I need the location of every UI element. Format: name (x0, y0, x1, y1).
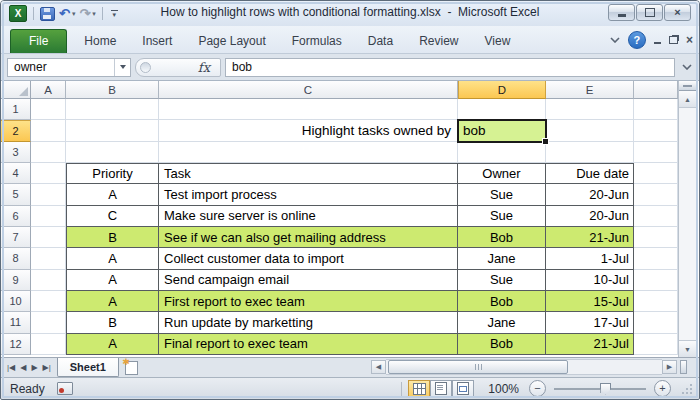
row-header-9[interactable]: 9 (1, 270, 31, 291)
insert-function-icon[interactable]: fx (198, 60, 210, 75)
row-header-10[interactable]: 10 (1, 291, 31, 312)
scroll-down-icon[interactable]: ▼ (679, 340, 696, 357)
sheet-tab-sheet1[interactable]: Sheet1 (57, 358, 119, 377)
table-header-due-date[interactable]: Due date (546, 163, 634, 184)
table-cell[interactable]: Bob (458, 227, 546, 248)
row-header-5[interactable]: 5 (1, 184, 31, 205)
table-cell[interactable]: A (66, 291, 159, 312)
table-cell[interactable]: Run update by marketting (159, 312, 458, 333)
row-header-6[interactable]: 6 (1, 206, 31, 227)
table-cell[interactable]: B (66, 227, 159, 248)
table-cell[interactable]: 20-Jun (546, 184, 634, 205)
row-header-11[interactable]: 11 (1, 312, 31, 333)
first-sheet-icon[interactable]: |◀ (7, 363, 15, 372)
minimize-button[interactable] (608, 4, 635, 21)
select-all-corner[interactable] (1, 81, 31, 99)
table-cell[interactable]: A (66, 334, 159, 355)
table-cell[interactable]: A (66, 184, 159, 205)
table-cell[interactable]: Jane (458, 248, 546, 269)
macro-record-icon[interactable] (57, 382, 73, 395)
horizontal-scrollbar[interactable]: ◀ ▶ (371, 360, 677, 374)
vertical-scrollbar[interactable]: ▲ ▼ (678, 81, 696, 357)
table-cell[interactable]: 21-Jun (546, 227, 634, 248)
help-icon[interactable]: ? (628, 31, 646, 49)
tab-formulas[interactable]: Formulas (279, 30, 355, 53)
table-cell[interactable]: Final report to exec team (159, 334, 458, 355)
row-header-1[interactable]: 1 (1, 99, 31, 120)
tab-review[interactable]: Review (406, 30, 471, 53)
table-cell[interactable]: Make sure server is online (159, 206, 458, 227)
table-cell[interactable]: 20-Jun (546, 206, 634, 227)
prev-sheet-icon[interactable]: ◀ (20, 363, 26, 372)
insert-worksheet-button[interactable]: ✱ (119, 358, 145, 377)
minimize-ribbon-icon[interactable] (610, 37, 620, 43)
column-header-b[interactable]: B (66, 81, 159, 99)
table-cell[interactable]: C (66, 206, 159, 227)
table-cell[interactable]: See if we can also get mailing address (159, 227, 458, 248)
row-header-7[interactable]: 7 (1, 227, 31, 248)
row-header-8[interactable]: 8 (1, 248, 31, 269)
table-cell[interactable]: First report to exec team (159, 291, 458, 312)
tab-split-handle[interactable] (680, 360, 687, 374)
column-header-e[interactable]: E (546, 81, 634, 99)
table-cell[interactable]: Bob (458, 334, 546, 355)
customize-quick-access-icon[interactable]: ▾ (111, 10, 118, 17)
scroll-right-icon[interactable]: ▶ (662, 360, 677, 374)
column-header-partial[interactable] (634, 81, 678, 99)
table-cell[interactable]: B (66, 312, 159, 333)
table-cell[interactable]: A (66, 270, 159, 291)
fill-handle[interactable] (542, 138, 549, 145)
close-button[interactable]: × (664, 4, 691, 21)
tab-data[interactable]: Data (355, 30, 406, 53)
scroll-left-icon[interactable]: ◀ (371, 360, 386, 374)
name-box-dropdown-icon[interactable] (114, 59, 130, 76)
formula-input[interactable]: bob (225, 58, 675, 77)
row-header-2[interactable]: 2 (1, 120, 31, 141)
view-page-layout-button[interactable] (430, 380, 452, 397)
redo-dropdown-icon[interactable]: ▾ (92, 10, 96, 18)
tab-file[interactable]: File (10, 29, 67, 53)
undo-dropdown-icon[interactable]: ▾ (72, 10, 76, 18)
resize-grip[interactable] (681, 383, 693, 395)
table-cell[interactable]: 10-Jul (546, 270, 634, 291)
horizontal-scroll-track[interactable] (386, 359, 662, 375)
horizontal-scroll-thumb[interactable] (388, 360, 568, 374)
name-box[interactable]: owner (7, 58, 131, 77)
save-icon[interactable] (40, 7, 55, 21)
table-cell[interactable]: Test import process (159, 184, 458, 205)
tab-view[interactable]: View (472, 30, 524, 53)
table-cell[interactable]: Bob (458, 291, 546, 312)
column-header-d[interactable]: D (458, 81, 546, 99)
row-header-4[interactable]: 4 (1, 163, 31, 184)
zoom-level[interactable]: 100% (488, 382, 519, 396)
view-page-break-button[interactable] (452, 380, 474, 397)
table-cell[interactable]: 15-Jul (546, 291, 634, 312)
zoom-slider-thumb[interactable] (600, 383, 611, 395)
table-header-task[interactable]: Task (159, 163, 458, 184)
expand-formula-bar-icon[interactable] (679, 58, 695, 77)
excel-logo-icon[interactable]: X (9, 5, 27, 22)
undo-icon[interactable]: ↶ (59, 7, 70, 20)
selected-cell-owner[interactable]: bob (457, 119, 547, 142)
grid[interactable]: Highlight tasks owned bybobPriorityTaskO… (31, 99, 678, 355)
last-sheet-icon[interactable]: ▶| (43, 363, 51, 372)
vertical-split-handle[interactable] (679, 81, 696, 91)
column-header-c[interactable]: C (159, 81, 458, 99)
row-header-3[interactable]: 3 (1, 142, 31, 163)
zoom-in-button[interactable]: + (654, 380, 671, 397)
restore-button[interactable] (636, 4, 663, 21)
table-cell[interactable]: Collect customer data to import (159, 248, 458, 269)
zoom-out-button[interactable]: − (529, 380, 546, 397)
workbook-minimize-icon[interactable] (654, 37, 661, 44)
table-cell[interactable]: 21-Jul (546, 334, 634, 355)
table-cell[interactable]: Sue (458, 206, 546, 227)
column-header-a[interactable]: A (31, 81, 66, 99)
table-cell[interactable]: A (66, 248, 159, 269)
tab-page-layout[interactable]: Page Layout (185, 30, 278, 53)
workbook-restore-icon[interactable] (669, 36, 678, 44)
tab-home[interactable]: Home (71, 30, 129, 53)
tab-insert[interactable]: Insert (129, 30, 185, 53)
view-normal-button[interactable] (408, 380, 430, 397)
workbook-close-icon[interactable]: × (686, 33, 693, 47)
table-cell[interactable]: Sue (458, 270, 546, 291)
